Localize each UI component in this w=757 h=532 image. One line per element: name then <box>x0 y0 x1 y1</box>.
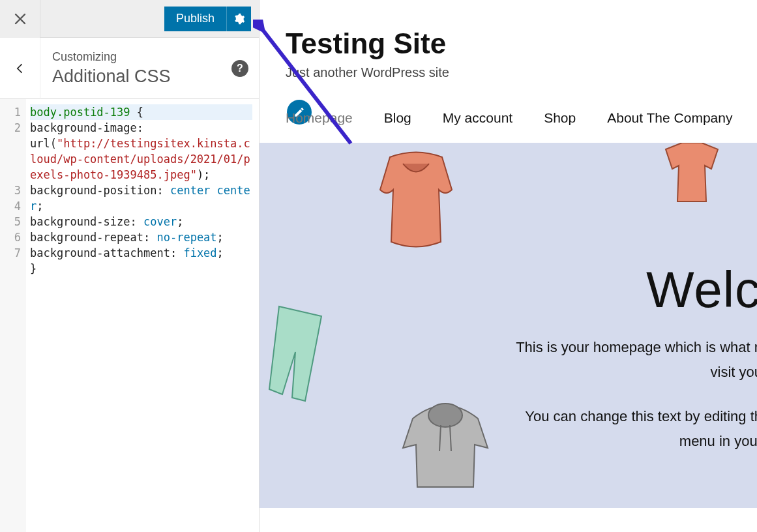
customizer-sidebar: Publish Customizing Additional CSS ? 1 2 <box>0 0 260 532</box>
gear-icon <box>233 13 245 25</box>
line-number: 3 <box>0 183 21 198</box>
code-token: background-size: <box>30 215 143 228</box>
back-button[interactable] <box>0 38 40 99</box>
editor-gutter: 1 2 3 4 5 6 7 <box>0 99 26 532</box>
hero-text: visit you <box>711 361 757 383</box>
nav-blog[interactable]: Blog <box>384 110 411 126</box>
nav-about[interactable]: About The Company <box>607 110 732 126</box>
code-token: ); <box>197 168 210 181</box>
editor-code[interactable]: body.postid-139 {background-image: url("… <box>26 99 259 532</box>
illustration-shirt <box>653 143 731 208</box>
code-token: background-image: <box>30 121 150 134</box>
site-preview: Testing Site Just another WordPress site… <box>260 0 757 532</box>
site-header: Testing Site Just another WordPress site <box>260 0 757 125</box>
svg-point-0 <box>428 404 462 427</box>
publish-button[interactable]: Publish <box>164 7 226 31</box>
nav-shop[interactable]: Shop <box>544 110 576 126</box>
code-token: ; <box>37 200 43 213</box>
line-number: 7 <box>0 245 21 261</box>
hero-heading: Welc <box>646 260 757 319</box>
line-number: 5 <box>0 214 21 229</box>
code-token: url( <box>30 137 57 150</box>
chevron-left-icon <box>14 62 27 75</box>
code-token: cover <box>143 215 177 228</box>
panel-header: Customizing Additional CSS ? <box>0 38 259 99</box>
hero-section: Welc This is your homepage which is what… <box>260 143 757 508</box>
nav-account[interactable]: My account <box>443 110 512 126</box>
hero-text: You can change this text by editing th <box>525 405 757 428</box>
line-number: 1 <box>0 104 21 120</box>
line-number <box>0 136 21 151</box>
code-token: fixed <box>183 246 216 259</box>
site-title[interactable]: Testing Site <box>286 27 757 60</box>
code-token: ; <box>217 246 224 259</box>
site-tagline: Just another WordPress site <box>286 65 757 80</box>
close-icon <box>14 13 26 25</box>
illustration-pants <box>260 303 331 407</box>
code-token: background-position: <box>30 184 170 197</box>
code-token: ; <box>217 231 224 244</box>
code-token: .postid-139 <box>57 106 130 119</box>
section-title: Additional CSS <box>52 66 225 87</box>
publish-settings-button[interactable] <box>226 7 251 31</box>
css-editor[interactable]: 1 2 3 4 5 6 7 body.postid-139 {backgroun… <box>0 99 259 532</box>
nav-homepage[interactable]: Homepage <box>286 110 353 126</box>
line-number: 4 <box>0 198 21 214</box>
hero-text: This is your homepage which is what n <box>516 336 757 359</box>
code-token: no-repeat <box>156 231 216 244</box>
code-token: background-attachment: <box>30 246 183 259</box>
line-number: 2 <box>0 120 21 136</box>
line-number <box>0 167 21 183</box>
hero-text: menu in your <box>679 430 757 452</box>
line-number: 6 <box>0 229 21 245</box>
code-token: body <box>30 106 57 119</box>
line-number <box>0 151 21 167</box>
illustration-jacket <box>370 151 462 255</box>
illustration-hoodie <box>396 396 494 494</box>
code-token: } <box>30 262 37 275</box>
primary-nav: Homepage Blog My account Shop About The … <box>260 110 757 143</box>
code-token: "http://testingsitex.kinsta.cloud/wp-con… <box>30 137 250 181</box>
close-button[interactable] <box>0 0 40 38</box>
code-token: ; <box>177 215 183 228</box>
help-button[interactable]: ? <box>231 60 248 77</box>
code-token: background-repeat: <box>30 231 156 244</box>
customizing-label: Customizing <box>52 50 225 64</box>
code-token: { <box>130 106 143 119</box>
customizer-topbar: Publish <box>0 0 259 38</box>
